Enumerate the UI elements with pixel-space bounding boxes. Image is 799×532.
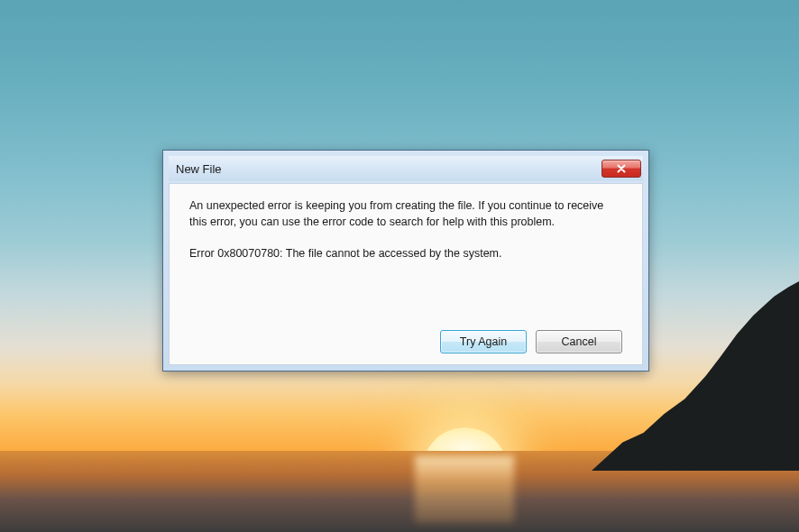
sun-reflection-decor: [415, 455, 514, 523]
close-button[interactable]: [602, 160, 641, 178]
close-icon: [617, 164, 626, 173]
cancel-button[interactable]: Cancel: [536, 330, 622, 353]
dialog-titlebar[interactable]: New File: [169, 156, 643, 181]
error-dialog: New File An unexpected error is keeping …: [162, 150, 649, 371]
error-code-line: Error 0x80070780: The file cannot be acc…: [189, 246, 622, 262]
dialog-button-row: Try Again Cancel: [189, 319, 622, 353]
dialog-content: An unexpected error is keeping you from …: [169, 183, 643, 365]
try-again-button[interactable]: Try Again: [440, 330, 527, 353]
error-message: An unexpected error is keeping you from …: [189, 198, 622, 230]
dialog-title: New File: [176, 162, 222, 176]
